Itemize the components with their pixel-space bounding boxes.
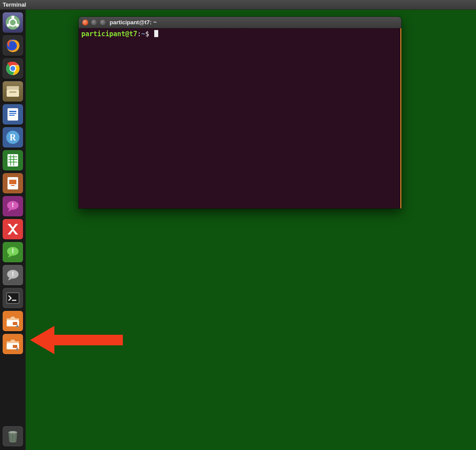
- terminal-window[interactable]: participant@t7: ~ participant@t7:~$: [79, 17, 401, 208]
- prompt-symbol: $: [145, 30, 149, 38]
- svg-rect-10: [9, 91, 16, 93]
- svg-rect-25: [11, 185, 15, 186]
- launcher-calc[interactable]: [3, 150, 23, 170]
- svg-text:!: !: [12, 270, 14, 277]
- launcher-chat-green[interactable]: !: [3, 242, 23, 262]
- chrome-icon: [5, 61, 21, 76]
- window-maximize-button[interactable]: [100, 19, 106, 26]
- prompt-user-host: participant@t7: [81, 30, 137, 38]
- file-manager-icon: [5, 83, 21, 99]
- xmind-icon: [5, 221, 21, 237]
- svg-rect-32: [7, 293, 19, 303]
- svg-rect-13: [9, 113, 16, 114]
- svg-rect-12: [9, 111, 16, 112]
- svg-point-4: [7, 24, 10, 27]
- svg-point-2: [11, 16, 15, 19]
- unity-launcher: R !: [0, 10, 26, 450]
- chat-green-icon: !: [5, 244, 21, 260]
- svg-rect-24: [9, 180, 16, 184]
- launcher-impress[interactable]: [3, 173, 23, 193]
- firefox-icon: [5, 38, 21, 53]
- launcher-terminal[interactable]: [3, 288, 23, 308]
- screenshot2-icon: [5, 336, 21, 352]
- window-minimize-button[interactable]: [91, 19, 97, 26]
- window-close-button[interactable]: [82, 19, 88, 26]
- launcher-screenshot-2[interactable]: [3, 334, 23, 354]
- writer-icon: [5, 106, 21, 122]
- window-title: participant@t7: ~: [110, 19, 156, 26]
- desktop[interactable]: participant@t7: ~ participant@t7:~$: [26, 10, 476, 450]
- launcher-xmind[interactable]: [3, 219, 23, 239]
- launcher-screenshot-1[interactable]: [3, 311, 23, 331]
- launcher-writer[interactable]: [3, 104, 23, 125]
- svg-rect-8: [7, 86, 19, 90]
- window-buttons: [82, 19, 106, 26]
- svg-rect-9: [7, 90, 19, 97]
- svg-text:!: !: [12, 201, 14, 208]
- prompt-cwd: ~: [141, 30, 145, 38]
- svg-rect-14: [9, 115, 15, 116]
- annotation-arrow: [30, 322, 127, 358]
- chat-purple-icon: !: [5, 198, 21, 214]
- launcher-chrome[interactable]: [3, 58, 23, 79]
- top-menu-bar[interactable]: Terminal: [0, 0, 476, 10]
- launcher-firefox[interactable]: [3, 35, 23, 56]
- launcher-rstudio[interactable]: R: [3, 127, 23, 147]
- launcher-chat-grey[interactable]: !: [3, 265, 23, 285]
- svg-marker-39: [30, 326, 123, 354]
- svg-rect-11: [8, 108, 18, 121]
- calc-icon: [5, 152, 21, 168]
- terminal-icon: [5, 290, 21, 306]
- svg-rect-37: [13, 345, 17, 348]
- launcher-chat-purple[interactable]: !: [3, 196, 23, 216]
- launcher-trash[interactable]: [3, 426, 23, 446]
- terminal-cursor: [154, 30, 158, 37]
- impress-icon: [5, 175, 21, 191]
- launcher-files[interactable]: [3, 81, 23, 102]
- screenshot1-icon: [5, 313, 21, 329]
- svg-point-3: [16, 24, 19, 27]
- launcher-dash[interactable]: [3, 12, 23, 33]
- chat-grey-icon: !: [5, 267, 21, 283]
- svg-point-7: [10, 66, 16, 72]
- trash-icon: [5, 428, 21, 444]
- svg-rect-17: [8, 154, 18, 166]
- svg-text:!: !: [12, 247, 14, 254]
- window-titlebar[interactable]: participant@t7: ~: [79, 17, 401, 28]
- rstudio-icon: R: [5, 129, 21, 145]
- menu-app-name: Terminal: [3, 1, 26, 8]
- terminal-body[interactable]: participant@t7:~$: [79, 28, 401, 208]
- svg-text:R: R: [10, 132, 16, 142]
- ubuntu-icon: [5, 15, 21, 30]
- svg-rect-35: [13, 322, 17, 325]
